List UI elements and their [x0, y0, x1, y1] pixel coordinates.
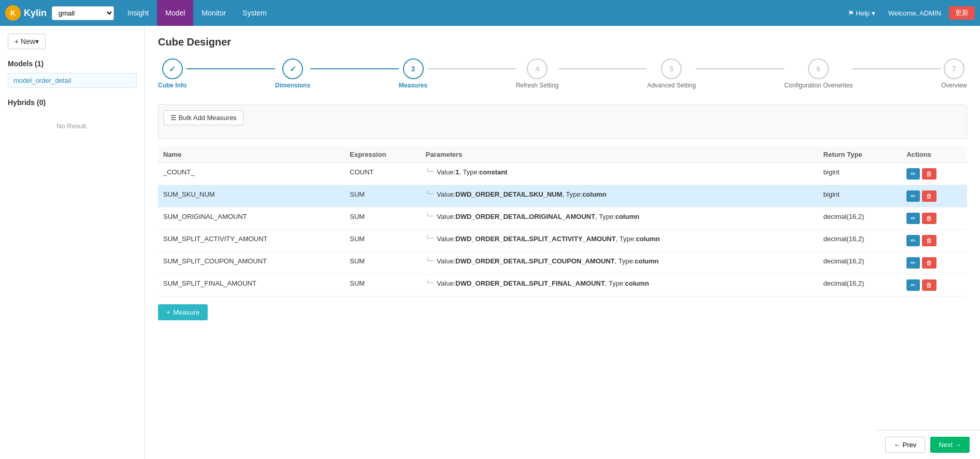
delete-button[interactable]: 🗑: [922, 235, 936, 246]
action-buttons: ✏ 🗑: [906, 279, 962, 291]
connector-3: [427, 68, 516, 69]
tree-icon: └─: [426, 279, 434, 286]
page-title: Cube Designer: [158, 36, 967, 48]
brand-name: Kylin: [24, 8, 47, 19]
step-label-7: Overview: [941, 82, 967, 89]
sidebar: + New▾ Models (1) model_order_detail Hyb…: [0, 26, 145, 459]
cell-actions: ✏ 🗑: [901, 274, 967, 297]
action-buttons: ✏ 🗑: [906, 168, 962, 180]
step-label-3: Measures: [399, 82, 427, 89]
cell-expression: SUM: [344, 230, 421, 252]
cell-expression: SUM: [344, 185, 421, 208]
cell-return-type: bigint: [818, 163, 902, 185]
step-config: 6 Configuration Overwrites: [784, 58, 853, 89]
prev-arrow-icon: ←: [894, 441, 901, 449]
edit-button[interactable]: ✏: [906, 257, 920, 269]
tree-icon: └─: [426, 235, 434, 241]
cell-name: SUM_SKU_NUM: [158, 185, 344, 208]
step-circle-5: 5: [661, 58, 682, 79]
cell-parameters: └─ Value:DWD_ORDER_DETAIL.SKU_NUM, Type:…: [421, 185, 818, 208]
table-row: _COUNT_ COUNT └─ Value:1, Type:constant …: [158, 163, 967, 185]
prev-label: Prev: [903, 441, 917, 449]
delete-button[interactable]: 🗑: [922, 190, 936, 202]
kylin-logo: K: [5, 5, 21, 21]
edit-button[interactable]: ✏: [906, 235, 920, 246]
nav-item-model[interactable]: Model: [157, 0, 193, 26]
cell-expression: SUM: [344, 274, 421, 297]
cell-parameters: └─ Value:DWD_ORDER_DETAIL.ORIGINAL_AMOUN…: [421, 208, 818, 230]
step-label-4: Refresh Setting: [516, 82, 559, 89]
cell-return-type: decimal(16,2): [818, 208, 902, 230]
cell-actions: ✏ 🗑: [901, 252, 967, 274]
connector-5: [696, 68, 784, 69]
table-row: SUM_SPLIT_ACTIVITY_AMOUNT SUM └─ Value:D…: [158, 230, 967, 252]
step-refresh: 4 Refresh Setting: [516, 58, 559, 89]
param-text: Value:DWD_ORDER_DETAIL.SPLIT_COUPON_AMOU…: [437, 257, 658, 265]
connector-1: [186, 68, 275, 69]
nav-items: Insight Model Monitor System: [119, 0, 275, 26]
step-cube-info: ✓ Cube Info: [158, 58, 186, 89]
bulk-add-measures-button[interactable]: ☰ Bulk Add Measures: [164, 110, 243, 125]
step-circle-1: ✓: [162, 58, 183, 79]
nav-item-system[interactable]: System: [234, 0, 275, 26]
update-button[interactable]: 更新: [949, 6, 975, 20]
edit-button[interactable]: ✏: [906, 190, 920, 202]
step-label-6: Configuration Overwrites: [784, 82, 853, 89]
table-row: SUM_ORIGINAL_AMOUNT SUM └─ Value:DWD_ORD…: [158, 208, 967, 230]
tree-icon: └─: [426, 213, 434, 219]
new-button[interactable]: + New▾: [8, 34, 46, 49]
toolbar-area: ☰ Bulk Add Measures: [158, 105, 967, 139]
cell-return-type: bigint: [818, 185, 902, 208]
brand: K Kylin: [5, 5, 47, 21]
cell-name: SUM_SPLIT_ACTIVITY_AMOUNT: [158, 230, 344, 252]
step-circle-7: 7: [944, 58, 964, 79]
footer-nav: ← Prev Next →: [875, 430, 980, 459]
main-layout: + New▾ Models (1) model_order_detail Hyb…: [0, 26, 980, 459]
cell-actions: ✏ 🗑: [901, 208, 967, 230]
delete-button[interactable]: 🗑: [922, 213, 936, 224]
step-label-5: Advanced Setting: [647, 82, 696, 89]
cell-expression: SUM: [344, 252, 421, 274]
step-circle-4: 4: [527, 58, 547, 79]
delete-button[interactable]: 🗑: [922, 279, 936, 291]
cell-actions: ✏ 🗑: [901, 163, 967, 185]
navbar: K Kylin gmall Insight Model Monitor Syst…: [0, 0, 980, 26]
cell-name: SUM_SPLIT_FINAL_AMOUNT: [158, 274, 344, 297]
cell-parameters: └─ Value:DWD_ORDER_DETAIL.SPLIT_ACTIVITY…: [421, 230, 818, 252]
cell-actions: ✏ 🗑: [901, 230, 967, 252]
param-text: Value:DWD_ORDER_DETAIL.SPLIT_FINAL_AMOUN…: [437, 279, 649, 287]
project-select[interactable]: gmall: [52, 6, 114, 20]
cell-return-type: decimal(16,2): [818, 274, 902, 297]
add-measure-icon: +: [166, 308, 170, 316]
col-expression: Expression: [344, 146, 421, 163]
edit-button[interactable]: ✏: [906, 213, 920, 224]
step-dimensions: ✓ Dimensions: [275, 58, 310, 89]
delete-button[interactable]: 🗑: [922, 257, 936, 269]
action-buttons: ✏ 🗑: [906, 235, 962, 246]
add-measure-button[interactable]: + Measure: [158, 304, 208, 320]
param-text: Value:DWD_ORDER_DETAIL.SKU_NUM, Type:col…: [437, 190, 606, 198]
action-buttons: ✏ 🗑: [906, 257, 962, 269]
delete-button[interactable]: 🗑: [922, 168, 936, 180]
connector-2: [310, 68, 399, 69]
stepper: ✓ Cube Info ✓ Dimensions 3 Measures 4 Re…: [158, 58, 967, 89]
param-text: Value:1, Type:constant: [437, 168, 507, 176]
model-item[interactable]: model_order_detail: [8, 73, 137, 88]
help-button[interactable]: ⚑ Help ▾: [848, 9, 875, 17]
col-return-type: Return Type: [818, 146, 902, 163]
param-text: Value:DWD_ORDER_DETAIL.ORIGINAL_AMOUNT, …: [437, 213, 639, 220]
step-circle-6: 6: [808, 58, 829, 79]
edit-button[interactable]: ✏: [906, 279, 920, 291]
edit-button[interactable]: ✏: [906, 168, 920, 180]
cell-name: _COUNT_: [158, 163, 344, 185]
prev-button[interactable]: ← Prev: [885, 437, 926, 453]
step-overview: 7 Overview: [941, 58, 967, 89]
nav-item-insight[interactable]: Insight: [119, 0, 157, 26]
action-buttons: ✏ 🗑: [906, 190, 962, 202]
next-button[interactable]: Next →: [930, 437, 970, 453]
nav-right: ⚑ Help ▾ Welcome, ADMIN 更新: [848, 6, 975, 20]
nav-item-monitor[interactable]: Monitor: [193, 0, 234, 26]
hybrids-title: Hybrids (0): [8, 98, 137, 107]
cell-expression: SUM: [344, 208, 421, 230]
action-buttons: ✏ 🗑: [906, 213, 962, 224]
